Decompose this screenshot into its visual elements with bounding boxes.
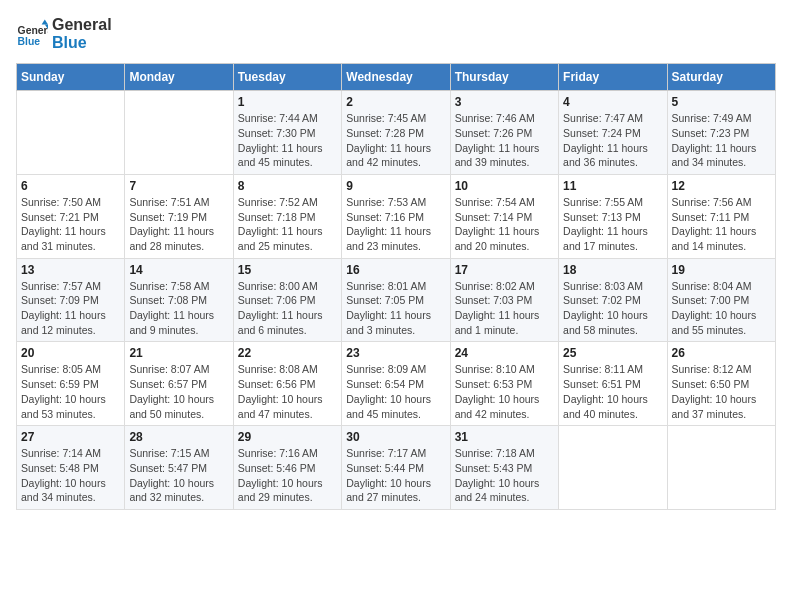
day-cell: 22Sunrise: 8:08 AMSunset: 6:56 PMDayligh… [233, 342, 341, 426]
day-number: 14 [129, 263, 228, 277]
day-number: 6 [21, 179, 120, 193]
day-cell: 28Sunrise: 7:15 AMSunset: 5:47 PMDayligh… [125, 426, 233, 510]
day-info: Sunrise: 8:12 AMSunset: 6:50 PMDaylight:… [672, 362, 771, 421]
day-number: 13 [21, 263, 120, 277]
day-info: Sunrise: 7:18 AMSunset: 5:43 PMDaylight:… [455, 446, 554, 505]
day-info: Sunrise: 7:55 AMSunset: 7:13 PMDaylight:… [563, 195, 662, 254]
day-cell: 6Sunrise: 7:50 AMSunset: 7:21 PMDaylight… [17, 174, 125, 258]
day-info: Sunrise: 8:00 AMSunset: 7:06 PMDaylight:… [238, 279, 337, 338]
day-cell: 29Sunrise: 7:16 AMSunset: 5:46 PMDayligh… [233, 426, 341, 510]
svg-text:Blue: Blue [18, 36, 41, 47]
day-number: 23 [346, 346, 445, 360]
day-cell: 12Sunrise: 7:56 AMSunset: 7:11 PMDayligh… [667, 174, 775, 258]
page-header: General Blue General Blue [16, 16, 776, 51]
day-number: 17 [455, 263, 554, 277]
logo-general: General [52, 16, 112, 34]
weekday-header-friday: Friday [559, 64, 667, 91]
day-cell: 19Sunrise: 8:04 AMSunset: 7:00 PMDayligh… [667, 258, 775, 342]
day-number: 18 [563, 263, 662, 277]
day-cell: 9Sunrise: 7:53 AMSunset: 7:16 PMDaylight… [342, 174, 450, 258]
day-info: Sunrise: 8:08 AMSunset: 6:56 PMDaylight:… [238, 362, 337, 421]
day-info: Sunrise: 7:53 AMSunset: 7:16 PMDaylight:… [346, 195, 445, 254]
day-number: 15 [238, 263, 337, 277]
weekday-header-wednesday: Wednesday [342, 64, 450, 91]
day-cell: 21Sunrise: 8:07 AMSunset: 6:57 PMDayligh… [125, 342, 233, 426]
day-cell: 7Sunrise: 7:51 AMSunset: 7:19 PMDaylight… [125, 174, 233, 258]
day-info: Sunrise: 8:10 AMSunset: 6:53 PMDaylight:… [455, 362, 554, 421]
day-info: Sunrise: 7:15 AMSunset: 5:47 PMDaylight:… [129, 446, 228, 505]
day-number: 27 [21, 430, 120, 444]
weekday-header-sunday: Sunday [17, 64, 125, 91]
day-info: Sunrise: 8:03 AMSunset: 7:02 PMDaylight:… [563, 279, 662, 338]
day-info: Sunrise: 7:57 AMSunset: 7:09 PMDaylight:… [21, 279, 120, 338]
day-cell: 30Sunrise: 7:17 AMSunset: 5:44 PMDayligh… [342, 426, 450, 510]
day-cell: 14Sunrise: 7:58 AMSunset: 7:08 PMDayligh… [125, 258, 233, 342]
svg-marker-2 [42, 19, 48, 24]
day-info: Sunrise: 7:49 AMSunset: 7:23 PMDaylight:… [672, 111, 771, 170]
day-info: Sunrise: 7:50 AMSunset: 7:21 PMDaylight:… [21, 195, 120, 254]
day-number: 19 [672, 263, 771, 277]
weekday-header-tuesday: Tuesday [233, 64, 341, 91]
day-number: 24 [455, 346, 554, 360]
day-number: 28 [129, 430, 228, 444]
day-number: 10 [455, 179, 554, 193]
weekday-row: SundayMondayTuesdayWednesdayThursdayFrid… [17, 64, 776, 91]
day-cell [667, 426, 775, 510]
weekday-header-saturday: Saturday [667, 64, 775, 91]
svg-text:General: General [18, 25, 48, 36]
day-cell [17, 91, 125, 175]
day-number: 7 [129, 179, 228, 193]
day-number: 4 [563, 95, 662, 109]
day-cell: 24Sunrise: 8:10 AMSunset: 6:53 PMDayligh… [450, 342, 558, 426]
day-cell: 16Sunrise: 8:01 AMSunset: 7:05 PMDayligh… [342, 258, 450, 342]
day-cell [559, 426, 667, 510]
day-number: 25 [563, 346, 662, 360]
day-info: Sunrise: 7:52 AMSunset: 7:18 PMDaylight:… [238, 195, 337, 254]
day-cell: 25Sunrise: 8:11 AMSunset: 6:51 PMDayligh… [559, 342, 667, 426]
week-row-4: 20Sunrise: 8:05 AMSunset: 6:59 PMDayligh… [17, 342, 776, 426]
day-number: 9 [346, 179, 445, 193]
day-cell: 23Sunrise: 8:09 AMSunset: 6:54 PMDayligh… [342, 342, 450, 426]
day-info: Sunrise: 8:07 AMSunset: 6:57 PMDaylight:… [129, 362, 228, 421]
day-cell: 10Sunrise: 7:54 AMSunset: 7:14 PMDayligh… [450, 174, 558, 258]
week-row-2: 6Sunrise: 7:50 AMSunset: 7:21 PMDaylight… [17, 174, 776, 258]
day-info: Sunrise: 7:47 AMSunset: 7:24 PMDaylight:… [563, 111, 662, 170]
day-info: Sunrise: 7:14 AMSunset: 5:48 PMDaylight:… [21, 446, 120, 505]
logo-icon: General Blue [16, 18, 48, 50]
day-number: 21 [129, 346, 228, 360]
day-info: Sunrise: 7:45 AMSunset: 7:28 PMDaylight:… [346, 111, 445, 170]
day-number: 3 [455, 95, 554, 109]
day-info: Sunrise: 7:58 AMSunset: 7:08 PMDaylight:… [129, 279, 228, 338]
day-cell: 11Sunrise: 7:55 AMSunset: 7:13 PMDayligh… [559, 174, 667, 258]
calendar-body: 1Sunrise: 7:44 AMSunset: 7:30 PMDaylight… [17, 91, 776, 510]
day-info: Sunrise: 7:44 AMSunset: 7:30 PMDaylight:… [238, 111, 337, 170]
day-info: Sunrise: 8:09 AMSunset: 6:54 PMDaylight:… [346, 362, 445, 421]
day-info: Sunrise: 8:05 AMSunset: 6:59 PMDaylight:… [21, 362, 120, 421]
day-number: 31 [455, 430, 554, 444]
day-cell: 27Sunrise: 7:14 AMSunset: 5:48 PMDayligh… [17, 426, 125, 510]
logo-blue: Blue [52, 34, 112, 52]
day-info: Sunrise: 7:54 AMSunset: 7:14 PMDaylight:… [455, 195, 554, 254]
day-info: Sunrise: 8:01 AMSunset: 7:05 PMDaylight:… [346, 279, 445, 338]
logo: General Blue General Blue [16, 16, 112, 51]
day-cell: 3Sunrise: 7:46 AMSunset: 7:26 PMDaylight… [450, 91, 558, 175]
day-info: Sunrise: 7:16 AMSunset: 5:46 PMDaylight:… [238, 446, 337, 505]
day-number: 22 [238, 346, 337, 360]
calendar-table: SundayMondayTuesdayWednesdayThursdayFrid… [16, 63, 776, 510]
day-number: 26 [672, 346, 771, 360]
day-cell: 4Sunrise: 7:47 AMSunset: 7:24 PMDaylight… [559, 91, 667, 175]
day-cell [125, 91, 233, 175]
weekday-header-monday: Monday [125, 64, 233, 91]
day-info: Sunrise: 8:02 AMSunset: 7:03 PMDaylight:… [455, 279, 554, 338]
day-number: 16 [346, 263, 445, 277]
day-cell: 20Sunrise: 8:05 AMSunset: 6:59 PMDayligh… [17, 342, 125, 426]
day-cell: 31Sunrise: 7:18 AMSunset: 5:43 PMDayligh… [450, 426, 558, 510]
day-info: Sunrise: 8:04 AMSunset: 7:00 PMDaylight:… [672, 279, 771, 338]
day-number: 20 [21, 346, 120, 360]
day-info: Sunrise: 7:56 AMSunset: 7:11 PMDaylight:… [672, 195, 771, 254]
day-cell: 13Sunrise: 7:57 AMSunset: 7:09 PMDayligh… [17, 258, 125, 342]
day-number: 1 [238, 95, 337, 109]
day-cell: 17Sunrise: 8:02 AMSunset: 7:03 PMDayligh… [450, 258, 558, 342]
day-cell: 1Sunrise: 7:44 AMSunset: 7:30 PMDaylight… [233, 91, 341, 175]
day-number: 5 [672, 95, 771, 109]
